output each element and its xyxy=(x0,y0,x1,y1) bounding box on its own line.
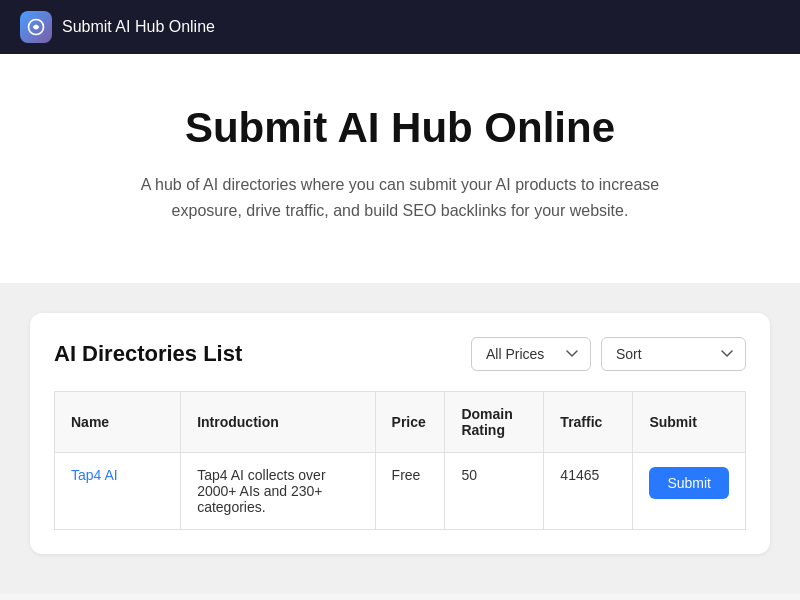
cell-introduction: Tap4 AI collects over 2000+ AIs and 230+… xyxy=(181,453,375,530)
table-header-row-cols: Name Introduction Price Domain Rating Tr… xyxy=(55,392,746,453)
main-content: AI Directories List All Prices Free Paid… xyxy=(0,283,800,594)
col-header-domain-rating: Domain Rating xyxy=(445,392,544,453)
navbar-title: Submit AI Hub Online xyxy=(62,18,215,36)
table-section-title: AI Directories List xyxy=(54,341,242,367)
col-header-introduction: Introduction xyxy=(181,392,375,453)
navbar: Submit AI Hub Online xyxy=(0,0,800,54)
hero-title: Submit AI Hub Online xyxy=(40,104,760,152)
hero-description: A hub of AI directories where you can su… xyxy=(110,172,690,223)
col-header-name: Name xyxy=(55,392,181,453)
cell-domain-rating: 50 xyxy=(445,453,544,530)
app-logo xyxy=(20,11,52,43)
directories-table: Name Introduction Price Domain Rating Tr… xyxy=(54,391,746,530)
table-row: Tap4 AI Tap4 AI collects over 2000+ AIs … xyxy=(55,453,746,530)
filters-group: All Prices Free Paid Sort Domain Rating … xyxy=(471,337,746,371)
submit-button[interactable]: Submit xyxy=(649,467,729,499)
table-head: Name Introduction Price Domain Rating Tr… xyxy=(55,392,746,453)
directory-name-link[interactable]: Tap4 AI xyxy=(71,467,118,483)
price-filter[interactable]: All Prices Free Paid xyxy=(471,337,591,371)
col-header-price: Price xyxy=(375,392,445,453)
col-header-submit: Submit xyxy=(633,392,746,453)
cell-submit: Submit xyxy=(633,453,746,530)
cell-traffic: 41465 xyxy=(544,453,633,530)
sort-filter[interactable]: Sort Domain Rating Traffic xyxy=(601,337,746,371)
hero-section: Submit AI Hub Online A hub of AI directo… xyxy=(0,54,800,283)
cell-price: Free xyxy=(375,453,445,530)
col-header-traffic: Traffic xyxy=(544,392,633,453)
table-header-row: AI Directories List All Prices Free Paid… xyxy=(54,337,746,371)
table-body: Tap4 AI Tap4 AI collects over 2000+ AIs … xyxy=(55,453,746,530)
directories-card: AI Directories List All Prices Free Paid… xyxy=(30,313,770,554)
cell-name: Tap4 AI xyxy=(55,453,181,530)
